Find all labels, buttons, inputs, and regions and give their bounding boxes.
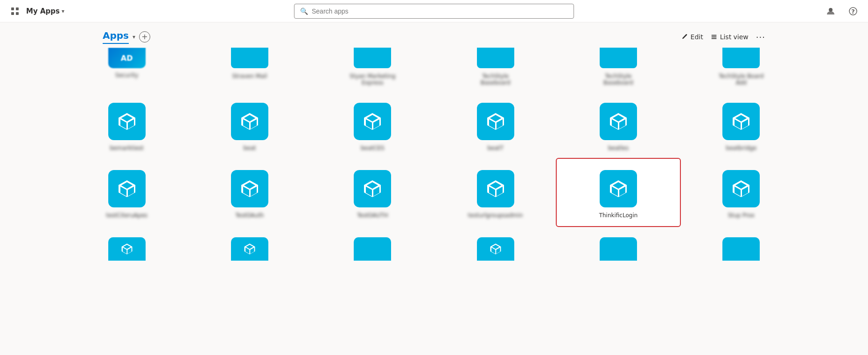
app-icon-partial (722, 48, 760, 68)
app-label: beatles (608, 145, 629, 151)
app-icon-partial (477, 48, 514, 68)
app-icon-cube (108, 103, 146, 140)
svg-rect-9 (711, 38, 716, 39)
app-icon-partial-bottom (108, 237, 146, 261)
app-icon-cube (108, 170, 146, 207)
list-item[interactable] (557, 237, 679, 266)
app-label: TestOAUTH (357, 212, 388, 219)
apps-grid-container: AD Security Straven Mail Styan Marketing… (0, 48, 868, 266)
app-label: Stup Prox (728, 212, 755, 219)
svg-text:?: ? (851, 8, 855, 15)
partial-bottom-row (65, 226, 803, 266)
app-label: TechStyle Baseboard (590, 73, 646, 86)
apps-chevron[interactable]: ▾ (133, 34, 135, 40)
list-item[interactable]: Straven Mail (188, 48, 311, 92)
app-label-thinkific: ThinkificLogin (599, 212, 638, 219)
apps-row-2: bemarktiest beat beatCES beatT (65, 92, 803, 159)
svg-rect-0 (11, 7, 14, 10)
list-item[interactable]: testurlgroupsadmin (434, 159, 557, 226)
main-content: Apps ▾ + Edit List view ··· (0, 22, 868, 355)
listview-button[interactable]: List view (711, 33, 749, 41)
list-item[interactable]: AD Security (65, 48, 188, 92)
app-icon-cube (354, 170, 391, 207)
search-bar[interactable]: 🔍 (294, 4, 574, 19)
list-item[interactable]: Styan Marketing Express (311, 48, 434, 92)
profile-button[interactable] (823, 4, 838, 19)
app-icon-partial (600, 48, 637, 68)
app-label: testurlgroupsadmin (468, 212, 523, 219)
app-icon-cube (477, 170, 514, 207)
app-icon-cube (477, 103, 514, 140)
search-input[interactable] (312, 7, 568, 15)
app-icon-cube (722, 103, 760, 140)
app-title[interactable]: My Apps ▾ (26, 7, 64, 15)
apps-header: Apps ▾ + Edit List view ··· (0, 22, 868, 48)
list-item[interactable]: beatbridge (680, 92, 803, 159)
app-icon-partial-bottom (477, 237, 514, 261)
edit-label: Edit (691, 33, 703, 41)
app-label: testCiteruApes (106, 212, 147, 219)
app-icon-cube (600, 103, 637, 140)
list-item[interactable]: Stup Prox (680, 159, 803, 226)
svg-point-4 (829, 8, 833, 12)
app-label: bemarktiest (110, 145, 144, 151)
partial-top-row: AD Security Straven Mail Styan Marketing… (65, 48, 803, 92)
thinkific-login-item[interactable]: ThinkificLogin (557, 159, 679, 226)
app-label: Straven Mail (232, 73, 267, 79)
add-apps-button[interactable]: + (139, 31, 150, 43)
help-button[interactable]: ? (846, 4, 861, 19)
app-icon-cube (231, 103, 268, 140)
list-item[interactable]: TechStyle Baseboard (434, 48, 557, 92)
app-icon-cube (722, 170, 760, 207)
app-label: beat (243, 145, 256, 151)
app-icon-partial (354, 48, 391, 68)
app-label: Security (115, 72, 138, 78)
apps-row-3: testCiteruApes TestOAuth TestOAUTH testu… (65, 159, 803, 226)
title-chevron: ▾ (62, 8, 64, 14)
app-label: beatT (487, 145, 503, 151)
app-title-text: My Apps (26, 7, 60, 15)
app-icon-cube (231, 170, 268, 207)
app-label: TechStyle Baseboard (468, 73, 524, 86)
search-icon: 🔍 (300, 7, 308, 15)
grid-menu-icon[interactable] (7, 4, 22, 19)
list-item[interactable]: TechStyle Board Add (680, 48, 803, 92)
list-item[interactable] (434, 237, 557, 266)
edit-button[interactable]: Edit (681, 33, 703, 41)
list-item[interactable]: TechStyle Baseboard (557, 48, 679, 92)
list-item[interactable]: testCiteruApes (65, 159, 188, 226)
app-icon-cube (354, 103, 391, 140)
app-label: beatbridge (726, 145, 757, 151)
list-item[interactable]: beatCES (311, 92, 434, 159)
list-item[interactable]: TestOAuth (188, 159, 311, 226)
list-item[interactable] (65, 237, 188, 266)
list-item[interactable]: beatT (434, 92, 557, 159)
apps-header-right: Edit List view ··· (681, 32, 765, 42)
app-label: beatCES (361, 145, 385, 151)
nav-right: ? (823, 4, 861, 19)
svg-rect-7 (711, 35, 716, 36)
list-item[interactable] (188, 237, 311, 266)
apps-title: Apps (103, 30, 129, 44)
svg-rect-3 (16, 12, 19, 15)
app-icon-partial-bottom (600, 237, 637, 261)
app-icon-partial-bottom (354, 237, 391, 261)
list-item[interactable]: bemarktiest (65, 92, 188, 159)
list-item[interactable]: TestOAUTH (311, 159, 434, 226)
app-icon-partial-bottom (722, 237, 760, 261)
app-label: Styan Marketing Express (344, 73, 400, 86)
svg-rect-8 (711, 36, 716, 37)
app-icon-cube-thinkific (600, 170, 637, 207)
svg-rect-2 (11, 12, 14, 15)
list-item[interactable]: beat (188, 92, 311, 159)
list-item[interactable]: beatles (557, 92, 679, 159)
listview-label: List view (720, 33, 749, 41)
app-label: TechStyle Board Add (713, 73, 769, 86)
app-icon-partial (231, 48, 268, 68)
more-options-button[interactable]: ··· (756, 32, 765, 42)
app-label: TestOAuth (235, 212, 264, 219)
apps-header-left: Apps ▾ + (103, 30, 150, 44)
list-item[interactable] (680, 237, 803, 266)
app-icon-partial-bottom (231, 237, 268, 261)
list-item[interactable] (311, 237, 434, 266)
